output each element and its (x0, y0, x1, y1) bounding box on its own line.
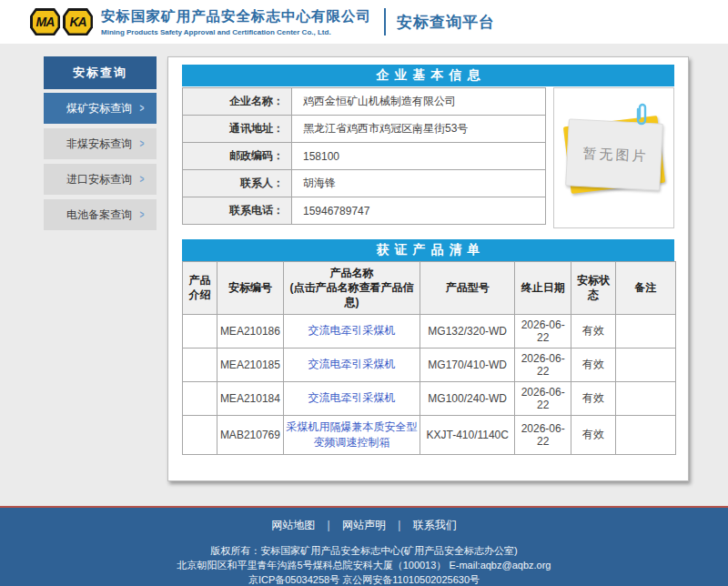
cell-intro (183, 348, 217, 381)
sidebar-item-battery-record-query[interactable]: 电池备案查询 > (44, 199, 157, 230)
body-row: 安标查询 煤矿安标查询 > 非煤安标查询 > 进口安标查询 > 电池备案查询 >… (0, 44, 728, 481)
col-header-code: 安标编号 (217, 262, 283, 315)
no-image-cards: 暂无图片 (567, 121, 662, 188)
sidebar: 安标查询 煤矿安标查询 > 非煤安标查询 > 进口安标查询 > 电池备案查询 > (44, 56, 157, 235)
address-line: 北京朝阳区和平里青年沟路5号煤科总院安科大厦（100013） E-mail:aq… (0, 558, 728, 572)
cell-code: MEA210185 (217, 348, 283, 381)
product-name-link[interactable]: 交流电牵引采煤机 (308, 324, 396, 337)
ka-badge-text: KA (66, 11, 91, 34)
footer-link-sitemap[interactable]: 网站地图 (271, 519, 315, 531)
product-name-link[interactable]: 交流电牵引采煤机 (308, 391, 396, 404)
ma-badge-text: MA (33, 11, 58, 34)
cell-model: MG100/240-WD (420, 381, 515, 415)
address-value: 黑龙江省鸡西市鸡冠区南星街53号 (292, 116, 546, 143)
product-table: 产品介绍 安标编号 产品名称 (点击产品名称查看产品信息) 产品型号 终止日期 … (182, 261, 676, 455)
site-header: MA KA 安标国家矿用产品安全标志中心有限公司 Mining Products… (0, 0, 728, 44)
col-header-name: 产品名称 (点击产品名称查看产品信息) (283, 262, 420, 315)
cell-model: KXJT-410/1140C (420, 415, 515, 454)
platform-title: 安标查询平台 (397, 12, 495, 33)
copyright-line: 版权所有：安标国家矿用产品安全标志中心(矿用产品安全标志办公室) (0, 543, 728, 558)
footer-link-separator: | (328, 519, 330, 531)
info-label: 联系人： (183, 170, 292, 197)
cell-intro (183, 314, 217, 348)
cell-status: 有效 (571, 381, 615, 415)
maka-logo: MA KA (30, 8, 93, 35)
basic-info-header: 企业基本信息 (182, 65, 674, 86)
table-row: MAB210769 采煤机用隔爆兼本质安全型变频调速控制箱 KXJT-410/1… (183, 415, 676, 454)
cell-intro (183, 415, 217, 454)
col-header-note: 备注 (615, 262, 675, 315)
cell-status: 有效 (571, 348, 615, 381)
footer-links: 网站地图 | 网站声明 | 联系我们 (0, 518, 728, 533)
phone-value: 15946789747 (292, 197, 546, 225)
cell-code: MEA210186 (217, 314, 283, 348)
cell-expire: 2026-06-22 (514, 415, 571, 454)
cell-expire: 2026-06-22 (514, 381, 571, 415)
col-header-status: 安标状态 (571, 262, 615, 315)
cell-expire: 2026-06-22 (514, 348, 571, 381)
cell-model: MG132/320-WD (420, 314, 515, 348)
company-name-en: Mining Products Safety Approval and Cert… (101, 28, 371, 36)
cell-status: 有效 (571, 415, 615, 454)
cell-name: 交流电牵引采煤机 (283, 314, 420, 348)
cell-name: 交流电牵引采煤机 (283, 348, 420, 381)
footer-link-statement[interactable]: 网站声明 (342, 519, 386, 531)
contact-person-value: 胡海锋 (292, 170, 546, 197)
brand-text: 安标国家矿用产品安全标志中心有限公司 Mining Products Safet… (101, 7, 371, 36)
icp-line: 京ICP备05034258号 京公网安备11010502025630号 (0, 572, 728, 586)
page: MA KA 安标国家矿用产品安全标志中心有限公司 Mining Products… (0, 0, 728, 586)
table-row: MEA210185 交流电牵引采煤机 MG170/410-WD 2026-06-… (183, 348, 676, 381)
info-label: 邮政编码： (183, 143, 292, 170)
info-label: 企业名称： (183, 88, 292, 116)
cell-note (615, 381, 675, 415)
col-header-name-title: 产品名称 (286, 266, 419, 280)
company-name-value: 鸡西金恒矿山机械制造有限公司 (292, 88, 546, 116)
no-image-text: 暂无图片 (580, 145, 649, 166)
product-name-link[interactable]: 采煤机用隔爆兼本质安全型变频调速控制箱 (287, 420, 418, 449)
sidebar-item-label: 非煤安标查询 (60, 136, 138, 152)
basic-info-section: 企业名称： 鸡西金恒矿山机械制造有限公司 通讯地址： 黑龙江省鸡西市鸡冠区南星街… (182, 87, 674, 228)
sidebar-item-import-query[interactable]: 进口安标查询 > (44, 164, 157, 195)
table-row: MEA210184 交流电牵引采煤机 MG100/240-WD 2026-06-… (183, 381, 676, 415)
info-label: 联系电话： (183, 197, 292, 225)
no-image-placeholder: 暂无图片 (553, 87, 674, 228)
table-row: 联系人： 胡海锋 (183, 170, 546, 197)
cell-status: 有效 (571, 314, 615, 348)
cell-name: 采煤机用隔爆兼本质安全型变频调速控制箱 (283, 415, 420, 454)
footer-copyright-block: 版权所有：安标国家矿用产品安全标志中心(矿用产品安全标志办公室) 北京朝阳区和平… (0, 543, 728, 586)
paperclip-icon (632, 101, 649, 132)
sidebar-item-label: 煤矿安标查询 (60, 101, 138, 116)
table-row: 邮政编码： 158100 (183, 143, 546, 170)
product-list-header: 获证产品清单 (182, 239, 674, 261)
sidebar-item-coal-mine-query[interactable]: 煤矿安标查询 > (44, 93, 157, 124)
sidebar-title: 安标查询 (44, 56, 157, 89)
cell-name: 交流电牵引采煤机 (283, 381, 420, 415)
sidebar-item-label: 进口安标查询 (60, 172, 138, 187)
footer-link-separator: | (398, 519, 400, 531)
ka-badge-icon: KA (63, 8, 93, 35)
basic-info-table: 企业名称： 鸡西金恒矿山机械制造有限公司 通讯地址： 黑龙江省鸡西市鸡冠区南星街… (182, 87, 546, 225)
cell-code: MAB210769 (217, 415, 283, 454)
sidebar-item-non-coal-query[interactable]: 非煤安标查询 > (44, 128, 157, 159)
chevron-right-icon: > (140, 208, 147, 221)
cell-note (615, 348, 675, 381)
cell-expire: 2026-06-22 (514, 314, 571, 348)
chevron-right-icon: > (140, 137, 147, 150)
table-row: MEA210186 交流电牵引采煤机 MG132/320-WD 2026-06-… (183, 314, 676, 348)
chevron-right-icon: > (140, 173, 147, 186)
postcode-value: 158100 (292, 143, 546, 170)
product-name-link[interactable]: 交流电牵引采煤机 (308, 358, 396, 370)
table-row: 联系电话： 15946789747 (183, 197, 546, 225)
cell-model: MG170/410-WD (420, 348, 515, 381)
sidebar-item-label: 电池备案查询 (60, 207, 138, 223)
col-header-intro: 产品介绍 (183, 262, 217, 315)
table-header-row: 产品介绍 安标编号 产品名称 (点击产品名称查看产品信息) 产品型号 终止日期 … (183, 262, 676, 315)
cell-note (615, 314, 675, 348)
content-panel: 企业基本信息 企业名称： 鸡西金恒矿山机械制造有限公司 通讯地址： 黑龙江省鸡西… (167, 56, 689, 481)
info-label: 通讯地址： (183, 116, 292, 143)
header-divider (384, 8, 386, 35)
cell-intro (183, 381, 217, 415)
chevron-right-icon: > (140, 102, 147, 115)
ma-badge-icon: MA (30, 8, 60, 35)
footer-link-contact[interactable]: 联系我们 (413, 519, 457, 531)
